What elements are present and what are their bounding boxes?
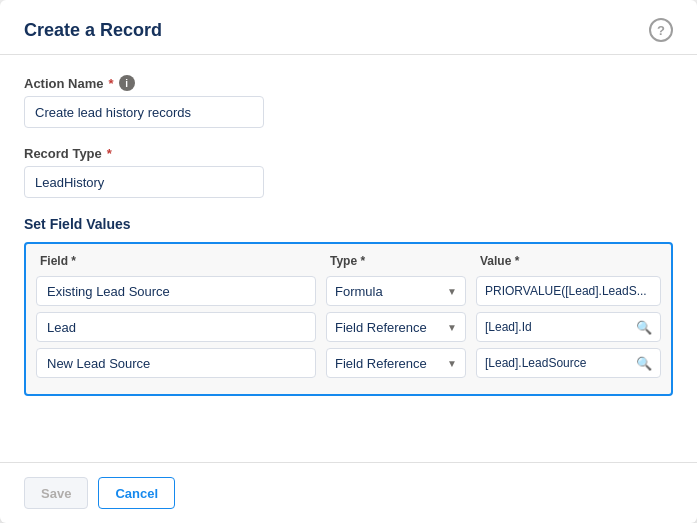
info-icon[interactable]: i [119, 75, 135, 91]
help-icon[interactable]: ? [649, 18, 673, 42]
field-row-2: Field Reference ▼ [Lead].Id 🔍 [36, 312, 661, 342]
type-value-1: Formula [335, 284, 447, 299]
set-field-values-title: Set Field Values [24, 216, 673, 232]
field-input-3[interactable] [36, 348, 316, 378]
search-icon-2[interactable]: 🔍 [636, 356, 652, 371]
required-star-2: * [107, 146, 112, 161]
field-input-1[interactable] [36, 276, 316, 306]
required-star: * [108, 76, 113, 91]
type-select-2[interactable]: Field Reference ▼ [326, 312, 466, 342]
value-text-3: [Lead].LeadSource [485, 356, 636, 370]
save-button[interactable]: Save [24, 477, 88, 509]
value-field-2: [Lead].Id 🔍 [476, 312, 661, 342]
value-field-1: PRIORVALUE([Lead].LeadS... [476, 276, 661, 306]
type-select-3[interactable]: Field Reference ▼ [326, 348, 466, 378]
record-type-label: Record Type * [24, 146, 673, 161]
col-value-header: Value * [480, 254, 657, 268]
chevron-icon-2: ▼ [447, 322, 457, 333]
modal-title: Create a Record [24, 20, 162, 41]
record-type-group: Record Type * [24, 146, 673, 198]
field-values-header: Field * Type * Value * [36, 254, 661, 268]
action-name-input[interactable] [24, 96, 264, 128]
modal-header: Create a Record ? [0, 0, 697, 55]
col-type-header: Type * [330, 254, 480, 268]
chevron-icon-1: ▼ [447, 286, 457, 297]
field-row-3: Field Reference ▼ [Lead].LeadSource 🔍 [36, 348, 661, 378]
search-icon-1[interactable]: 🔍 [636, 320, 652, 335]
modal-footer: Save Cancel [0, 462, 697, 523]
type-value-2: Field Reference [335, 320, 447, 335]
type-select-1[interactable]: Formula ▼ [326, 276, 466, 306]
record-type-input[interactable] [24, 166, 264, 198]
action-name-group: Action Name * i [24, 75, 673, 128]
field-input-2[interactable] [36, 312, 316, 342]
value-text-2: [Lead].Id [485, 320, 636, 334]
create-record-modal: Create a Record ? Action Name * i Record… [0, 0, 697, 523]
field-row-1: Formula ▼ PRIORVALUE([Lead].LeadS... [36, 276, 661, 306]
col-field-header: Field * [40, 254, 330, 268]
value-field-3: [Lead].LeadSource 🔍 [476, 348, 661, 378]
chevron-icon-3: ▼ [447, 358, 457, 369]
value-text-1: PRIORVALUE([Lead].LeadS... [485, 284, 652, 298]
set-field-values-group: Set Field Values Field * Type * Value * [24, 216, 673, 396]
field-values-container: Field * Type * Value * Formula ▼ [24, 242, 673, 396]
cancel-button[interactable]: Cancel [98, 477, 175, 509]
action-name-label: Action Name * i [24, 75, 673, 91]
type-value-3: Field Reference [335, 356, 447, 371]
modal-body: Action Name * i Record Type * Set Field … [0, 55, 697, 462]
